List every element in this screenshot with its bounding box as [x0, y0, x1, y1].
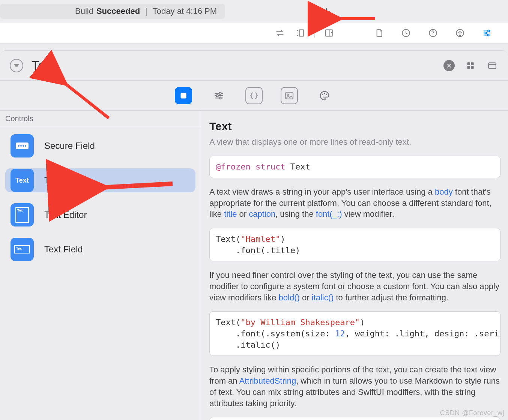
library-header: Text — [0, 51, 508, 81]
clear-search-button[interactable] — [443, 60, 455, 71]
svg-rect-10 — [467, 66, 470, 69]
library-panel: Text Controls Secure Field T — [0, 50, 508, 420]
history-icon[interactable] — [400, 27, 412, 39]
control-secure-field[interactable]: Secure Field — [5, 134, 195, 158]
link-body[interactable]: body — [435, 187, 453, 196]
x-icon — [446, 63, 452, 69]
doc-declaration: @frozen struct Text — [209, 156, 500, 178]
add-panel-icon[interactable] — [323, 27, 335, 39]
build-status-bar: Build Succeeded | Today at 4:16 PM — [0, 0, 508, 22]
library-tabs — [0, 81, 508, 111]
detail-pane-toggle[interactable] — [486, 60, 498, 72]
paragraph-list-icon[interactable] — [294, 27, 306, 39]
link-caption[interactable]: caption — [249, 209, 275, 219]
svg-point-18 — [287, 94, 289, 95]
doc-paragraph-2: If you need finer control over the styli… — [209, 270, 500, 303]
add-tab-button[interactable] — [321, 6, 332, 16]
build-result: Succeeded — [96, 6, 140, 16]
grid-view-button[interactable] — [464, 60, 476, 72]
library-search-text[interactable]: Text — [32, 58, 55, 73]
svg-point-19 — [322, 94, 323, 95]
secure-field-icon — [11, 134, 34, 158]
list-item-label: Text Field — [44, 244, 83, 255]
svg-point-21 — [326, 94, 327, 95]
tab-views[interactable] — [175, 87, 192, 104]
doc-paragraph-1: A text view draws a string in your app's… — [209, 186, 500, 220]
control-text-editor[interactable]: Text Editor — [5, 203, 195, 227]
svg-point-16 — [219, 97, 221, 99]
doc-code-2: Text("by William Shakespeare") .font(.sy… — [209, 311, 500, 356]
editor-toolbar — [0, 22, 508, 44]
controls-list-column: Controls Secure Field Text Text Text Edi… — [0, 111, 201, 420]
list-item-label: Secure Field — [44, 141, 95, 151]
svg-point-7 — [487, 34, 489, 36]
tab-colors[interactable] — [316, 87, 333, 104]
tab-snippets[interactable] — [245, 87, 263, 104]
control-text-field[interactable]: Text Field — [5, 237, 195, 261]
link-font[interactable]: font(_:) — [316, 209, 342, 219]
documentation-pane: Text A view that displays one or more li… — [201, 111, 508, 420]
filter-menu-button[interactable] — [10, 59, 23, 72]
svg-point-22 — [323, 96, 324, 98]
text-field-icon — [11, 238, 34, 261]
control-text[interactable]: Text Text — [5, 168, 195, 192]
text-icon: Text — [11, 169, 34, 192]
watermark: CSDN @Forever_wj — [440, 409, 504, 417]
build-status-pill: Build Succeeded | Today at 4:16 PM — [0, 4, 225, 19]
doc-paragraph-3: To apply styling within specific portion… — [209, 364, 500, 409]
status-separator: | — [145, 6, 147, 16]
doc-subtitle: A view that displays one or more lines o… — [209, 136, 500, 148]
link-bold[interactable]: bold() — [279, 293, 300, 302]
filter-lines-icon — [13, 62, 20, 69]
link-italic[interactable]: italic() — [312, 293, 334, 302]
build-label: Build — [75, 6, 93, 16]
svg-point-6 — [485, 32, 487, 34]
plus-icon — [322, 7, 331, 16]
svg-rect-13 — [181, 93, 186, 98]
build-time: Today at 4:16 PM — [153, 6, 217, 16]
doc-code-1: Text("Hamlet") .font(.title) — [209, 228, 500, 261]
swap-icon[interactable] — [274, 27, 286, 39]
inspectors-icon[interactable] — [481, 27, 493, 39]
text-editor-icon — [11, 203, 34, 226]
link-attributed-string[interactable]: AttributedString — [239, 376, 296, 386]
svg-rect-9 — [471, 62, 474, 65]
help-icon[interactable] — [427, 27, 439, 39]
doc-code-3: let attributedString = try! AttributedSt… — [209, 417, 500, 420]
toolbar-divider — [314, 28, 315, 38]
controls-section-label: Controls — [0, 111, 201, 127]
svg-point-20 — [324, 93, 325, 94]
svg-point-4 — [459, 30, 460, 32]
svg-rect-8 — [467, 62, 470, 65]
file-icon[interactable] — [373, 27, 385, 39]
svg-rect-12 — [488, 63, 496, 68]
svg-point-14 — [219, 92, 221, 94]
list-item-label: Text — [44, 175, 61, 186]
link-title[interactable]: title — [224, 209, 237, 219]
accessibility-icon[interactable] — [454, 27, 466, 39]
tab-media[interactable] — [281, 87, 298, 104]
doc-title: Text — [209, 119, 500, 134]
tab-modifiers[interactable] — [210, 87, 227, 104]
list-item-label: Text Editor — [44, 210, 87, 220]
svg-rect-11 — [471, 66, 474, 69]
svg-point-15 — [216, 94, 219, 97]
svg-point-5 — [488, 30, 490, 32]
